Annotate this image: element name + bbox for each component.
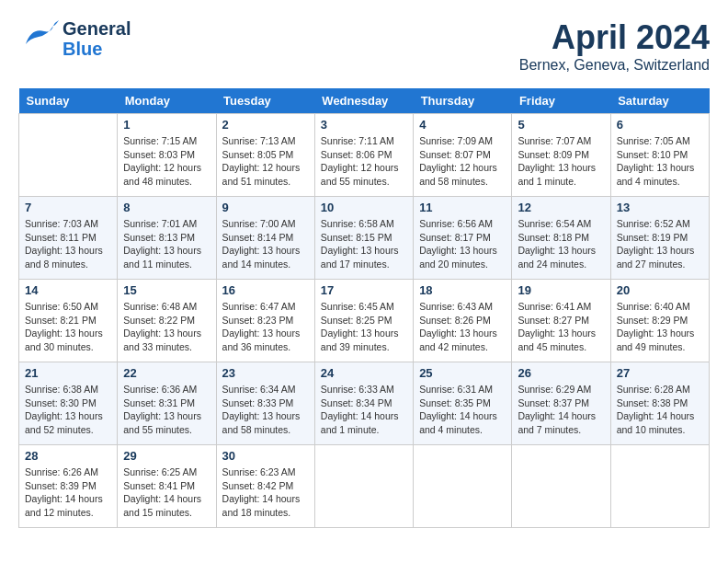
day-number: 13 <box>617 201 703 214</box>
calendar-cell: 24Sunrise: 6:33 AMSunset: 8:34 PMDayligh… <box>314 362 413 445</box>
calendar-cell <box>610 445 709 528</box>
calendar-cell: 19Sunrise: 6:41 AMSunset: 8:27 PMDayligh… <box>512 280 610 362</box>
calendar-cell: 5Sunrise: 7:07 AMSunset: 8:09 PMDaylight… <box>512 114 610 197</box>
day-info: Sunrise: 6:29 AMSunset: 8:37 PMDaylight:… <box>518 383 604 437</box>
logo-blue: Blue <box>63 39 131 59</box>
calendar-cell: 14Sunrise: 6:50 AMSunset: 8:21 PMDayligh… <box>19 280 118 362</box>
day-info: Sunrise: 7:11 AMSunset: 8:06 PMDaylight:… <box>321 134 407 189</box>
month-title: April 2024 <box>519 18 710 57</box>
day-info: Sunrise: 6:31 AMSunset: 8:35 PMDaylight:… <box>419 383 506 437</box>
day-info: Sunrise: 6:23 AMSunset: 8:42 PMDaylight:… <box>222 465 309 520</box>
calendar-cell: 15Sunrise: 6:48 AMSunset: 8:22 PMDayligh… <box>118 280 216 362</box>
calendar-cell: 29Sunrise: 6:25 AMSunset: 8:41 PMDayligh… <box>118 445 216 528</box>
day-number: 15 <box>123 283 210 297</box>
day-info: Sunrise: 7:05 AMSunset: 8:10 PMDaylight:… <box>617 134 703 189</box>
day-info: Sunrise: 6:52 AMSunset: 8:19 PMDaylight:… <box>617 217 703 271</box>
calendar-cell: 11Sunrise: 6:56 AMSunset: 8:17 PMDayligh… <box>414 197 512 280</box>
weekday-header: Wednesday <box>314 88 413 114</box>
calendar-cell: 10Sunrise: 6:58 AMSunset: 8:15 PMDayligh… <box>314 197 413 280</box>
weekday-header: Saturday <box>610 88 709 114</box>
calendar-cell: 30Sunrise: 6:23 AMSunset: 8:42 PMDayligh… <box>216 445 314 528</box>
day-number: 21 <box>25 366 111 380</box>
day-info: Sunrise: 6:41 AMSunset: 8:27 PMDaylight:… <box>518 300 604 354</box>
calendar-cell <box>414 445 512 528</box>
day-info: Sunrise: 7:03 AMSunset: 8:11 PMDaylight:… <box>25 217 111 271</box>
day-number: 8 <box>123 201 210 214</box>
calendar-cell: 27Sunrise: 6:28 AMSunset: 8:38 PMDayligh… <box>610 362 709 445</box>
title-block: April 2024 Bernex, Geneva, Switzerland <box>519 18 710 74</box>
day-info: Sunrise: 6:26 AMSunset: 8:39 PMDaylight:… <box>25 465 111 520</box>
day-number: 24 <box>321 366 407 380</box>
calendar-cell: 20Sunrise: 6:40 AMSunset: 8:29 PMDayligh… <box>610 280 709 362</box>
day-info: Sunrise: 6:34 AMSunset: 8:33 PMDaylight:… <box>222 383 309 437</box>
day-info: Sunrise: 7:07 AMSunset: 8:09 PMDaylight:… <box>518 134 604 189</box>
day-info: Sunrise: 6:28 AMSunset: 8:38 PMDaylight:… <box>617 383 703 437</box>
day-info: Sunrise: 6:54 AMSunset: 8:18 PMDaylight:… <box>518 217 604 271</box>
day-number: 19 <box>518 283 604 297</box>
day-number: 16 <box>222 283 309 297</box>
day-number: 3 <box>321 118 407 132</box>
calendar-cell: 9Sunrise: 7:00 AMSunset: 8:14 PMDaylight… <box>216 197 314 280</box>
calendar-cell: 2Sunrise: 7:13 AMSunset: 8:05 PMDaylight… <box>216 114 314 197</box>
day-number: 7 <box>25 201 111 214</box>
calendar-cell: 23Sunrise: 6:34 AMSunset: 8:33 PMDayligh… <box>216 362 314 445</box>
calendar-cell <box>19 114 118 197</box>
day-number: 27 <box>617 366 703 380</box>
calendar-cell: 1Sunrise: 7:15 AMSunset: 8:03 PMDaylight… <box>118 114 216 197</box>
calendar-cell: 18Sunrise: 6:43 AMSunset: 8:26 PMDayligh… <box>414 280 512 362</box>
day-info: Sunrise: 6:50 AMSunset: 8:21 PMDaylight:… <box>25 300 111 354</box>
day-info: Sunrise: 6:25 AMSunset: 8:41 PMDaylight:… <box>123 465 210 520</box>
day-info: Sunrise: 6:36 AMSunset: 8:31 PMDaylight:… <box>123 383 210 437</box>
location: Bernex, Geneva, Switzerland <box>519 57 710 74</box>
day-info: Sunrise: 6:58 AMSunset: 8:15 PMDaylight:… <box>321 217 407 271</box>
page-header: General Blue April 2024 Bernex, Geneva, … <box>18 18 710 74</box>
calendar-cell: 28Sunrise: 6:26 AMSunset: 8:39 PMDayligh… <box>19 445 118 528</box>
calendar-cell: 26Sunrise: 6:29 AMSunset: 8:37 PMDayligh… <box>512 362 610 445</box>
day-number: 28 <box>25 449 111 463</box>
day-number: 30 <box>222 449 309 463</box>
day-info: Sunrise: 6:47 AMSunset: 8:23 PMDaylight:… <box>222 300 309 354</box>
calendar-table: SundayMondayTuesdayWednesdayThursdayFrid… <box>18 88 710 528</box>
calendar-cell: 17Sunrise: 6:45 AMSunset: 8:25 PMDayligh… <box>314 280 413 362</box>
calendar-cell: 3Sunrise: 7:11 AMSunset: 8:06 PMDaylight… <box>314 114 413 197</box>
day-number: 10 <box>321 201 407 214</box>
calendar-cell: 12Sunrise: 6:54 AMSunset: 8:18 PMDayligh… <box>512 197 610 280</box>
day-info: Sunrise: 6:43 AMSunset: 8:26 PMDaylight:… <box>419 300 506 354</box>
calendar-cell: 6Sunrise: 7:05 AMSunset: 8:10 PMDaylight… <box>610 114 709 197</box>
day-info: Sunrise: 7:15 AMSunset: 8:03 PMDaylight:… <box>123 134 210 189</box>
day-number: 18 <box>419 283 506 297</box>
day-number: 12 <box>518 201 604 214</box>
weekday-header: Tuesday <box>216 88 314 114</box>
day-info: Sunrise: 6:45 AMSunset: 8:25 PMDaylight:… <box>321 300 407 354</box>
day-number: 5 <box>518 118 604 132</box>
calendar-cell <box>512 445 610 528</box>
day-number: 20 <box>617 283 703 297</box>
calendar-cell <box>314 445 413 528</box>
day-number: 26 <box>518 366 604 380</box>
calendar-cell: 22Sunrise: 6:36 AMSunset: 8:31 PMDayligh… <box>118 362 216 445</box>
day-info: Sunrise: 7:09 AMSunset: 8:07 PMDaylight:… <box>419 134 506 189</box>
day-info: Sunrise: 6:33 AMSunset: 8:34 PMDaylight:… <box>321 383 407 437</box>
day-info: Sunrise: 7:00 AMSunset: 8:14 PMDaylight:… <box>222 217 309 271</box>
day-info: Sunrise: 6:56 AMSunset: 8:17 PMDaylight:… <box>419 217 506 271</box>
weekday-header: Thursday <box>414 88 512 114</box>
weekday-header: Friday <box>512 88 610 114</box>
calendar-cell: 25Sunrise: 6:31 AMSunset: 8:35 PMDayligh… <box>414 362 512 445</box>
day-number: 25 <box>419 366 506 380</box>
day-number: 14 <box>25 283 111 297</box>
day-number: 17 <box>321 283 407 297</box>
day-number: 9 <box>222 201 309 214</box>
day-number: 22 <box>123 366 210 380</box>
day-info: Sunrise: 7:01 AMSunset: 8:13 PMDaylight:… <box>123 217 210 271</box>
day-info: Sunrise: 6:48 AMSunset: 8:22 PMDaylight:… <box>123 300 210 354</box>
calendar-cell: 4Sunrise: 7:09 AMSunset: 8:07 PMDaylight… <box>414 114 512 197</box>
calendar-cell: 16Sunrise: 6:47 AMSunset: 8:23 PMDayligh… <box>216 280 314 362</box>
day-number: 11 <box>419 201 506 214</box>
calendar-cell: 13Sunrise: 6:52 AMSunset: 8:19 PMDayligh… <box>610 197 709 280</box>
calendar-cell: 21Sunrise: 6:38 AMSunset: 8:30 PMDayligh… <box>19 362 118 445</box>
calendar-cell: 8Sunrise: 7:01 AMSunset: 8:13 PMDaylight… <box>118 197 216 280</box>
day-number: 4 <box>419 118 506 132</box>
weekday-header: Monday <box>118 88 216 114</box>
day-info: Sunrise: 6:38 AMSunset: 8:30 PMDaylight:… <box>25 383 111 437</box>
day-number: 6 <box>617 118 703 132</box>
